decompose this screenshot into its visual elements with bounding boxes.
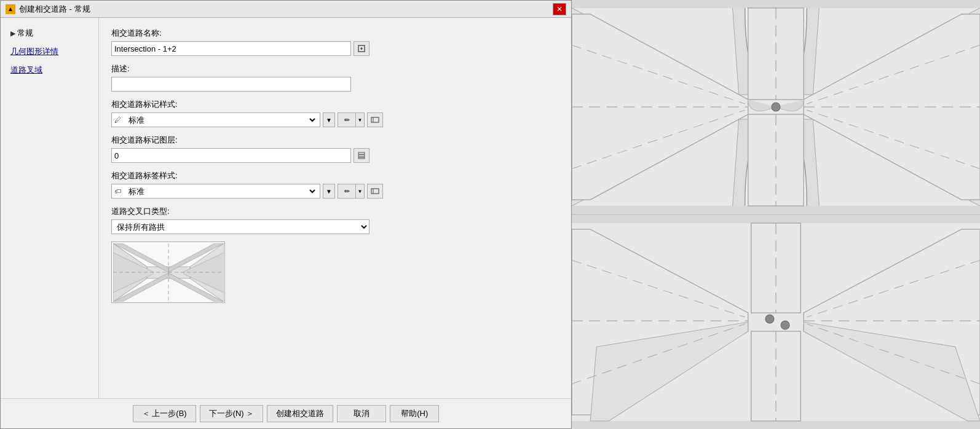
window-title: 创建相交道路 - 常规 — [19, 4, 90, 15]
svg-point-40 — [781, 321, 789, 329]
marker-style-combo-row: 🖊 标准 ▼ ✏ ▼ — [111, 112, 559, 127]
marker-layer-label: 相交道路标记图层: — [111, 135, 559, 146]
desc-input-row — [111, 77, 559, 92]
marker-layer-icon-btn[interactable] — [354, 148, 369, 163]
svg-rect-6 — [358, 155, 365, 157]
crossing-type-combo-row: 保持所有路拱 其他选项1 其他选项2 — [111, 219, 559, 234]
close-button[interactable]: ✕ — [553, 3, 566, 15]
bottom-preview-section — [572, 215, 980, 429]
marker-style-edit-btn: ✏ ▼ — [338, 112, 365, 127]
tag-style-dropdown-arrow[interactable]: ▼ — [323, 184, 335, 199]
marker-style-edit-arrow[interactable]: ▼ — [356, 112, 365, 127]
tag-style-prefix-icon: 🏷 — [114, 187, 121, 195]
top-preview-section — [572, 0, 980, 214]
road-name-icon-btn[interactable] — [354, 41, 369, 56]
marker-style-edit-main[interactable]: ✏ — [338, 112, 356, 127]
title-bar-left: ▲ 创建相交道路 - 常规 — [6, 4, 90, 15]
create-button[interactable]: 创建相交道路 — [267, 405, 333, 422]
marker-layer-input-row — [111, 148, 559, 163]
tag-style-view-btn[interactable] — [367, 184, 383, 199]
right-panel — [572, 0, 980, 429]
crossing-type-select[interactable]: 保持所有路拱 其他选项1 其他选项2 — [111, 219, 369, 234]
tag-style-combo-row: 🏷 标准 ▼ ✏ ▼ — [111, 184, 559, 199]
layers-icon — [357, 151, 366, 160]
marker-layer-row: 相交道路标记图层: — [111, 135, 559, 163]
crossing-type-label: 道路交叉口类型: — [111, 206, 559, 217]
tag-style-edit-main[interactable]: ✏ — [338, 184, 356, 199]
desc-row: 描述: — [111, 63, 559, 92]
marker-style-row: 相交道路标记样式: 🖊 标准 ▼ ✏ ▼ — [111, 99, 559, 127]
title-bar: ▲ 创建相交道路 - 常规 ✕ — [1, 1, 571, 18]
marker-layer-input[interactable] — [111, 148, 351, 163]
nav-item-crossing[interactable]: 道路叉域 — [1, 61, 98, 79]
next-button[interactable]: 下一步(N) ＞ — [200, 405, 264, 422]
marker-style-select[interactable]: 标准 — [124, 113, 317, 127]
preview-svg — [113, 243, 224, 302]
bottom-intersection-svg — [572, 215, 980, 429]
top-intersection-svg — [572, 0, 980, 214]
road-name-input-row — [111, 41, 559, 56]
svg-rect-3 — [371, 117, 379, 122]
desc-input[interactable] — [111, 77, 351, 92]
tag-style-row: 相交道路标签样式: 🏷 标准 ▼ ✏ ▼ — [111, 170, 559, 199]
nav-item-geometry[interactable]: 几何图形详情 — [1, 42, 98, 61]
intersection-preview — [111, 242, 225, 303]
tag-style-edit-btn: ✏ ▼ — [338, 184, 365, 199]
svg-point-39 — [765, 315, 774, 323]
road-name-input[interactable] — [111, 41, 351, 56]
view-icon2 — [371, 187, 379, 195]
marker-style-label: 相交道路标记样式: — [111, 99, 559, 110]
marker-style-dropdown-arrow[interactable]: ▼ — [323, 112, 335, 127]
svg-point-29 — [772, 103, 780, 111]
crossing-type-row: 道路交叉口类型: 保持所有路拱 其他选项1 其他选项2 — [111, 206, 559, 234]
nav-item-general[interactable]: ▶ 常规 — [1, 24, 98, 42]
svg-rect-8 — [371, 189, 379, 194]
tag-style-label: 相交道路标签样式: — [111, 170, 559, 181]
view-icon — [371, 116, 379, 124]
tag-style-edit-arrow[interactable]: ▼ — [356, 184, 365, 199]
cancel-button[interactable]: 取消 — [337, 405, 386, 422]
content-panel: 相交道路名称: 描述: — [99, 18, 571, 398]
road-name-label: 相交道路名称: — [111, 28, 559, 39]
road-name-row: 相交道路名称: — [111, 28, 559, 56]
dialog-footer: ＜ 上一步(B) 下一步(N) ＞ 创建相交道路 取消 帮助(H) — [1, 398, 571, 428]
nav-arrow-icon: ▶ — [10, 30, 17, 37]
marker-style-prefix-icon: 🖊 — [114, 116, 121, 124]
prev-button[interactable]: ＜ 上一步(B) — [133, 405, 196, 422]
dialog-body: ▶ 常规 几何图形详情 道路叉域 相交道路名称: — [1, 18, 571, 398]
marker-style-view-btn[interactable] — [367, 112, 383, 127]
svg-rect-5 — [358, 152, 365, 154]
svg-rect-7 — [358, 157, 365, 159]
tag-style-select[interactable]: 标准 — [124, 184, 317, 198]
app-icon: ▲ — [6, 4, 15, 14]
desc-label: 描述: — [111, 63, 559, 74]
nav-panel: ▶ 常规 几何图形详情 道路叉域 — [1, 18, 99, 398]
main-dialog: ▲ 创建相交道路 - 常规 ✕ ▶ 常规 几何图形详情 道路叉域 相交道路名称: — [0, 0, 572, 429]
link-icon — [357, 44, 366, 53]
preview-row — [111, 242, 559, 303]
help-button[interactable]: 帮助(H) — [390, 405, 439, 422]
